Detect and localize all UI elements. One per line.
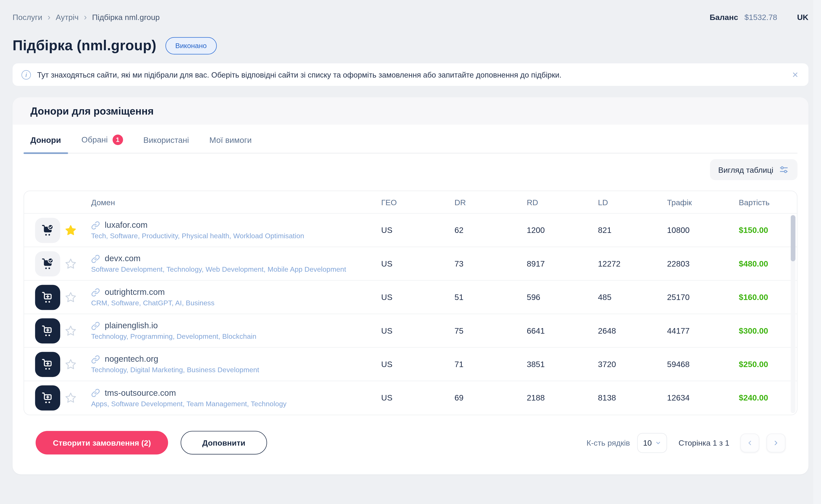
geo-cell: US: [381, 259, 454, 268]
cart-button[interactable]: [35, 385, 60, 410]
geo-cell: US: [381, 225, 454, 235]
tab-requirements[interactable]: Мої вимоги: [203, 136, 259, 153]
close-icon[interactable]: ✕: [791, 70, 800, 80]
balance-value: $1532.78: [744, 13, 777, 22]
favorite-star-icon[interactable]: [64, 358, 77, 371]
link-icon: [91, 388, 100, 397]
tab-label: Обрані: [82, 135, 108, 145]
table-row: devx.com Software Development, Technolog…: [24, 247, 797, 281]
favorite-star-icon[interactable]: [64, 324, 77, 337]
pagination: К-сть рядків 10 Сторінка 1 з 1: [587, 433, 785, 453]
supplement-button[interactable]: Доповнити: [181, 431, 267, 455]
domain-link[interactable]: devx.com: [105, 254, 140, 263]
dr-cell: 62: [455, 225, 527, 235]
favorite-star-icon[interactable]: [64, 224, 77, 236]
rows-per-page-select[interactable]: 10: [637, 433, 667, 453]
header-cell-rd: RD: [527, 198, 598, 207]
link-icon: [91, 254, 100, 263]
breadcrumb-item-outreach[interactable]: Аутріч: [56, 13, 79, 22]
favorite-star-icon[interactable]: [64, 392, 77, 404]
geo-cell: US: [381, 360, 454, 369]
dr-cell: 69: [455, 393, 527, 403]
table-scrollbar-thumb[interactable]: [791, 215, 795, 261]
header-cell-domain: Домен: [91, 198, 381, 207]
info-banner: i Тут знаходяться сайти, які ми підібрал…: [13, 63, 809, 86]
chevron-right-icon: [772, 439, 780, 446]
domain-tags: Apps, Software Development, Team Managem…: [91, 400, 381, 408]
tab-donors[interactable]: Донори: [24, 136, 68, 153]
header-cell-geo: ГЕО: [381, 198, 454, 207]
table-view-label: Вигляд таблиці: [718, 165, 773, 174]
dr-cell: 75: [455, 326, 527, 335]
header-cell-price: Вартість: [739, 198, 797, 207]
cart-check-icon: [41, 223, 54, 237]
domain-tags: Technology, Programming, Development, Bl…: [91, 332, 381, 340]
domain-link[interactable]: tms-outsource.com: [105, 388, 176, 398]
price-cell: $160.00: [739, 292, 797, 302]
domain-tags: Software Development, Technology, Web De…: [91, 266, 381, 273]
rd-cell: 1200: [527, 225, 598, 235]
cart-button[interactable]: [35, 217, 60, 243]
table-scrollbar[interactable]: [791, 215, 795, 413]
tab-selected[interactable]: Обрані 1: [75, 135, 130, 153]
header-cell-dr: DR: [455, 198, 527, 207]
ld-cell: 485: [598, 292, 667, 302]
domain-link[interactable]: plainenglish.io: [105, 321, 158, 330]
card-title: Донори для розміщення: [30, 105, 154, 117]
traffic-cell: 25170: [667, 292, 739, 302]
cart-button[interactable]: [35, 318, 60, 343]
tab-used[interactable]: Використані: [137, 136, 196, 153]
ld-cell: 8138: [598, 393, 667, 403]
dr-cell: 71: [455, 360, 527, 369]
table-row: outrightcrm.com CRM, Software, ChatGPT, …: [24, 281, 797, 314]
ld-cell: 3720: [598, 360, 667, 369]
table-view-button[interactable]: Вигляд таблиці: [710, 159, 797, 180]
card-header: Донори для розміщення: [13, 97, 809, 125]
tabs: Донори Обрані 1 Використані Мої вимоги: [24, 125, 797, 154]
domain-link[interactable]: outrightcrm.com: [105, 288, 165, 297]
link-icon: [91, 321, 100, 330]
domain-link[interactable]: luxafor.com: [105, 220, 147, 230]
rd-cell: 6641: [527, 326, 598, 335]
balance-label: Баланс: [710, 13, 738, 22]
tab-label: Донори: [30, 136, 61, 145]
status-badge: Виконано: [165, 37, 216, 54]
header-cell-traffic: Трафік: [667, 198, 739, 207]
dr-cell: 73: [455, 259, 527, 268]
info-icon: i: [21, 70, 31, 79]
table-header-row: Домен ГЕО DR RD LD Трафік Вартість: [24, 191, 797, 214]
traffic-cell: 22803: [667, 259, 739, 268]
favorite-star-icon[interactable]: [64, 257, 77, 270]
chevron-right-icon: ›: [84, 13, 87, 22]
page: Послуги › Аутріч › Підбірка nml.group Ба…: [0, 0, 821, 504]
price-cell: $480.00: [739, 259, 797, 268]
page-scrollbar[interactable]: [813, 0, 821, 504]
chevron-left-icon: [746, 439, 754, 446]
rd-cell: 596: [527, 292, 598, 302]
dr-cell: 51: [455, 292, 527, 302]
breadcrumb-item-services[interactable]: Послуги: [13, 13, 42, 22]
traffic-cell: 12634: [667, 393, 739, 403]
create-order-button[interactable]: Створити замовлення (2): [36, 431, 168, 455]
domain-link[interactable]: nogentech.org: [105, 354, 158, 364]
link-icon: [91, 221, 100, 230]
rd-cell: 3851: [527, 360, 598, 369]
header-cell-ld: LD: [598, 198, 667, 207]
cart-plus-icon: [41, 290, 54, 304]
rd-cell: 2188: [527, 393, 598, 403]
next-page-button[interactable]: [767, 433, 785, 452]
table-row: tms-outsource.com Apps, Software Develop…: [24, 381, 797, 415]
price-cell: $300.00: [739, 326, 797, 335]
favorite-star-icon[interactable]: [64, 291, 77, 304]
cart-button[interactable]: [35, 352, 60, 377]
cart-button[interactable]: [35, 251, 60, 276]
top-bar: Послуги › Аутріч › Підбірка nml.group Ба…: [0, 0, 821, 21]
language-switcher[interactable]: UK: [797, 13, 808, 22]
link-icon: [91, 288, 100, 297]
prev-page-button[interactable]: [740, 433, 759, 452]
rows-per-page-label: К-сть рядків: [587, 438, 630, 447]
banner-text: Тут знаходяться сайти, які ми підібрали …: [37, 70, 562, 79]
cart-button[interactable]: [35, 285, 60, 310]
cart-check-icon: [41, 257, 54, 271]
donors-table: Домен ГЕО DR RD LD Трафік Вартість: [24, 191, 797, 415]
